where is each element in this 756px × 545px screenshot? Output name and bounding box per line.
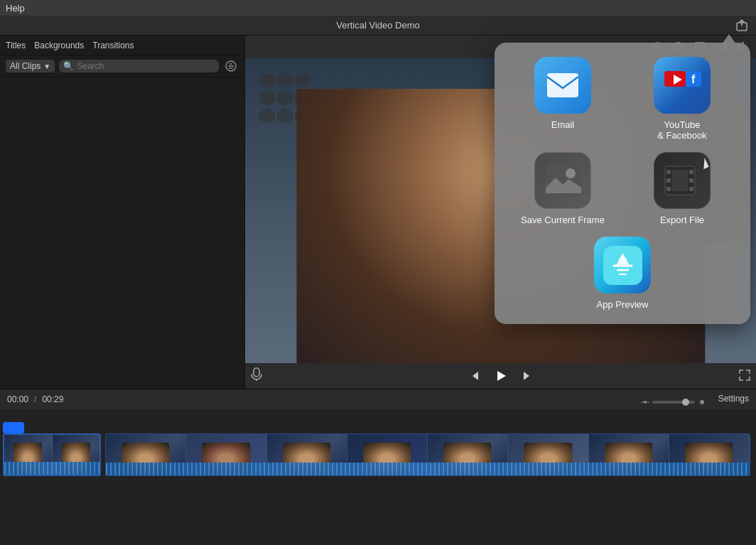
clip-selected[interactable]: [3, 433, 101, 476]
title-bar: Vertical Video Demo: [0, 16, 756, 36]
youtube-facebook-icon: f: [654, 57, 711, 114]
svg-rect-18: [547, 73, 578, 97]
sidebar: Titles Backgrounds Transitions All Clips…: [0, 36, 245, 389]
svg-point-14: [644, 401, 647, 404]
export-file-label: Export File: [660, 215, 704, 225]
clips-selector[interactable]: All Clips ▼: [6, 60, 55, 72]
svg-rect-26: [666, 170, 671, 174]
clips-area: [0, 415, 756, 500]
save-frame-label: Save Current Frame: [521, 215, 605, 225]
filter-icon[interactable]: [223, 58, 239, 74]
share-save-frame-button[interactable]: Save Current Frame: [509, 152, 617, 225]
share-export-button[interactable]: Export File: [628, 152, 736, 225]
playhead-marker[interactable]: [3, 422, 24, 433]
sidebar-toolbar: All Clips ▼ 🔍: [0, 55, 244, 77]
total-timecode: 00:29: [42, 394, 63, 404]
menu-bar: Help: [0, 0, 756, 16]
clips-selector-label: All Clips: [10, 61, 40, 71]
svg-text:f: f: [691, 73, 696, 85]
share-youtube-button[interactable]: f YouTube& Facebook: [628, 57, 736, 141]
svg-rect-29: [689, 170, 693, 174]
tab-titles[interactable]: Titles: [6, 41, 26, 50]
sidebar-content: [0, 77, 244, 389]
app-preview-label: App Preview: [597, 299, 649, 310]
svg-rect-28: [666, 187, 671, 191]
svg-rect-12: [254, 368, 259, 377]
svg-rect-27: [666, 178, 671, 183]
youtube-facebook-label: YouTube& Facebook: [657, 119, 706, 141]
sidebar-tabs: Titles Backgrounds Transitions: [0, 36, 244, 55]
search-input[interactable]: [77, 61, 215, 71]
zoom-thumb[interactable]: [682, 399, 689, 406]
main-waveform: [106, 463, 750, 475]
svg-rect-31: [689, 187, 693, 191]
play-button[interactable]: [491, 366, 511, 386]
email-icon: [534, 57, 591, 114]
save-frame-icon: [534, 152, 591, 209]
email-label: Email: [551, 119, 575, 130]
settings-button[interactable]: Settings: [718, 394, 749, 404]
mic-button[interactable]: [251, 367, 262, 384]
skip-forward-button[interactable]: [522, 370, 534, 382]
main-clip-strip[interactable]: [105, 433, 750, 476]
share-app-preview-button[interactable]: App Preview: [594, 237, 651, 310]
menu-help[interactable]: Help: [6, 3, 25, 14]
zoom-track[interactable]: [652, 401, 695, 404]
search-box[interactable]: 🔍: [59, 60, 219, 72]
current-timecode: 00:00: [7, 394, 28, 404]
waveform: [4, 462, 99, 475]
share-button[interactable]: [735, 18, 749, 33]
export-file-icon: [654, 152, 711, 209]
timeline-controls: 00:00 / 00:29 Settings: [0, 389, 756, 409]
tab-backgrounds[interactable]: Backgrounds: [34, 41, 84, 50]
tab-transitions[interactable]: Transitions: [92, 41, 134, 50]
fullscreen-button[interactable]: [739, 369, 750, 383]
app-preview-icon: [594, 237, 651, 293]
svg-rect-30: [689, 178, 693, 183]
chevron-down-icon: ▼: [43, 63, 50, 70]
skip-back-button[interactable]: [468, 370, 480, 382]
share-email-button[interactable]: Email: [509, 57, 617, 141]
project-title: Vertical Video Demo: [336, 20, 420, 31]
timecode-separator: /: [34, 394, 36, 404]
preview-controls: [245, 363, 756, 389]
share-popover: Email f YouTube& Facebook: [495, 43, 750, 324]
svg-point-17: [700, 400, 704, 404]
zoom-control[interactable]: [641, 398, 706, 406]
svg-point-24: [566, 168, 576, 178]
search-icon: 🔍: [63, 61, 74, 71]
timeline-area: 00:00 / 00:29 Settings: [0, 389, 756, 545]
svg-rect-32: [672, 170, 688, 191]
